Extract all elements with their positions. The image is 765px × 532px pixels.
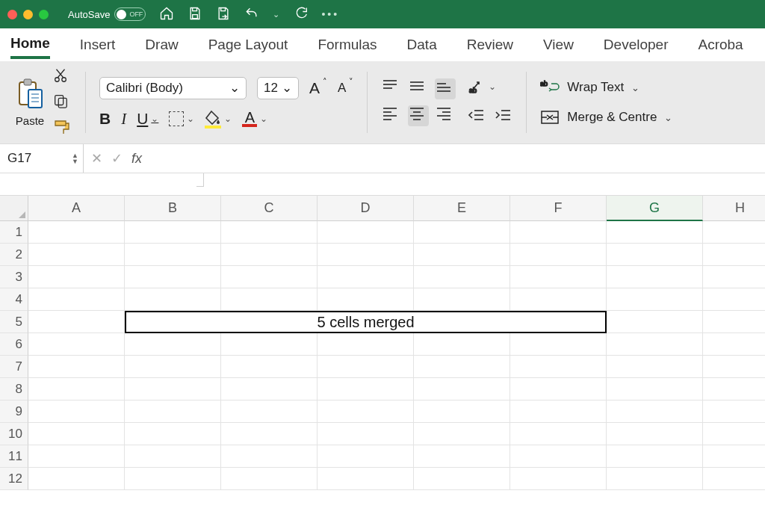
cell[interactable]	[510, 445, 607, 468]
cell[interactable]	[221, 266, 318, 288]
align-left-icon[interactable]	[381, 105, 402, 126]
cell[interactable]	[510, 400, 607, 423]
cell[interactable]	[703, 423, 765, 445]
tab-developer[interactable]: Developer	[604, 32, 669, 58]
cell[interactable]	[510, 333, 607, 356]
tab-review[interactable]: Review	[467, 32, 513, 58]
tab-formulas[interactable]: Formulas	[318, 32, 377, 58]
cell[interactable]	[318, 378, 414, 400]
tab-insert[interactable]: Insert	[80, 32, 116, 58]
cell[interactable]	[510, 468, 607, 490]
tab-pagelayout[interactable]: Page Layout	[208, 32, 288, 58]
cell[interactable]	[607, 288, 703, 311]
bold-button[interactable]: B	[99, 110, 111, 128]
cell[interactable]	[607, 333, 703, 356]
cell[interactable]	[318, 333, 414, 356]
format-painter-icon[interactable]	[52, 118, 72, 137]
cell[interactable]	[221, 445, 318, 468]
column-header[interactable]: E	[414, 196, 510, 221]
cell[interactable]	[28, 333, 125, 356]
cell[interactable]	[28, 244, 125, 266]
home-icon[interactable]	[159, 6, 174, 23]
cell[interactable]	[414, 445, 510, 468]
cell-grid[interactable]: // will be filled by JS below for brevit…	[28, 221, 765, 490]
font-size-select[interactable]: 12 ⌄	[257, 77, 299, 99]
orientation-button[interactable]: ab⌄	[468, 79, 512, 94]
cell[interactable]	[510, 221, 607, 244]
column-header[interactable]: C	[221, 196, 318, 221]
align-center-icon[interactable]	[408, 105, 429, 126]
cell[interactable]	[318, 468, 414, 490]
cell[interactable]	[221, 221, 318, 244]
cell[interactable]	[125, 221, 221, 244]
tab-data[interactable]: Data	[407, 32, 437, 58]
cell[interactable]	[414, 356, 510, 378]
cell[interactable]	[703, 356, 765, 378]
cell[interactable]	[607, 445, 703, 468]
undo-dropdown-icon[interactable]: ⌄	[273, 10, 279, 19]
minimize-window-button[interactable]	[23, 10, 33, 19]
cell[interactable]	[125, 356, 221, 378]
column-header[interactable]: H	[703, 196, 765, 221]
cell[interactable]	[28, 400, 125, 423]
cell[interactable]	[125, 288, 221, 311]
cell[interactable]	[414, 333, 510, 356]
cell[interactable]	[607, 266, 703, 288]
cell[interactable]	[318, 221, 414, 244]
cell[interactable]	[221, 378, 318, 400]
cell[interactable]	[221, 333, 318, 356]
row-header[interactable]: 10	[0, 423, 28, 445]
cell[interactable]	[125, 378, 221, 400]
cell[interactable]	[607, 356, 703, 378]
cell[interactable]	[703, 266, 765, 288]
cell[interactable]	[510, 423, 607, 445]
cell[interactable]	[703, 468, 765, 490]
cell[interactable]	[703, 311, 765, 333]
row-header[interactable]: 3	[0, 266, 28, 288]
cell[interactable]	[318, 445, 414, 468]
cell[interactable]	[318, 266, 414, 288]
align-top-icon[interactable]	[381, 78, 402, 99]
cell[interactable]	[510, 266, 607, 288]
cell[interactable]	[414, 423, 510, 445]
merge-centre-button[interactable]: Merge & Centre ⌄	[540, 109, 672, 126]
cell[interactable]	[414, 468, 510, 490]
cell[interactable]	[703, 288, 765, 311]
cell[interactable]	[125, 445, 221, 468]
column-header[interactable]: B	[125, 196, 221, 221]
cell[interactable]	[318, 423, 414, 445]
cell[interactable]	[221, 244, 318, 266]
column-header[interactable]: D	[318, 196, 414, 221]
name-box-stepper[interactable]: ▲▼	[72, 152, 78, 164]
cell[interactable]	[125, 266, 221, 288]
cell[interactable]	[221, 468, 318, 490]
row-header[interactable]: 9	[0, 400, 28, 423]
cell[interactable]	[703, 378, 765, 400]
tab-view[interactable]: View	[543, 32, 574, 58]
cell[interactable]	[125, 468, 221, 490]
cell[interactable]	[510, 288, 607, 311]
cell[interactable]	[414, 266, 510, 288]
tab-draw[interactable]: Draw	[145, 32, 178, 58]
save-as-icon[interactable]	[216, 6, 231, 23]
row-header[interactable]: 6	[0, 333, 28, 356]
increase-indent-icon[interactable]	[495, 108, 512, 126]
paste-button[interactable]: Paste	[15, 78, 45, 127]
cell[interactable]	[510, 378, 607, 400]
fill-color-button[interactable]: ⌄	[205, 110, 232, 129]
select-all-corner[interactable]	[0, 196, 28, 221]
cell[interactable]	[221, 423, 318, 445]
decrease-font-icon[interactable]: A˅	[338, 81, 353, 96]
cell[interactable]	[125, 244, 221, 266]
close-window-button[interactable]	[7, 10, 17, 19]
cell[interactable]	[221, 356, 318, 378]
formula-input[interactable]	[149, 144, 765, 173]
font-color-button[interactable]: A ⌄	[242, 111, 267, 127]
cell[interactable]	[28, 468, 125, 490]
cell[interactable]	[607, 400, 703, 423]
row-header[interactable]: 12	[0, 468, 28, 490]
cut-icon[interactable]	[52, 67, 72, 87]
cell[interactable]	[28, 378, 125, 400]
cell[interactable]	[318, 244, 414, 266]
column-header[interactable]: F	[510, 196, 607, 221]
